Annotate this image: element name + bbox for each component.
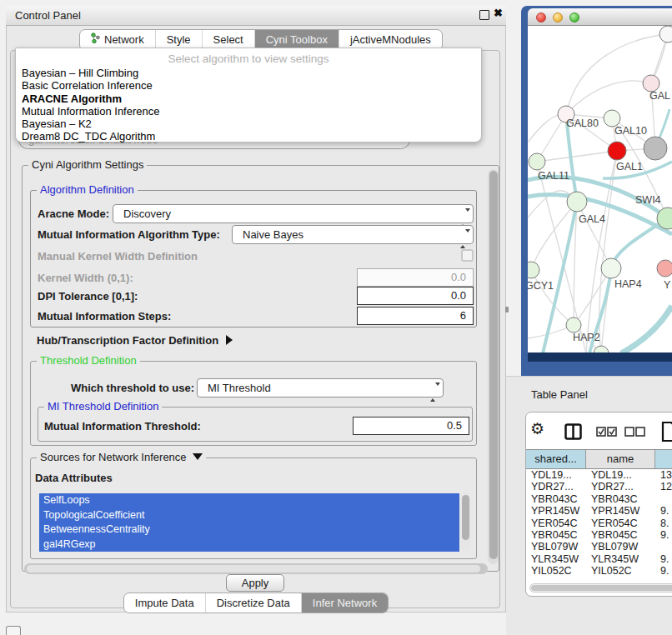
network-window-titlebar[interactable] <box>528 8 672 26</box>
bottom-tab-infer-network[interactable]: Infer Network <box>301 593 388 612</box>
algorithm-definition-title: Algorithm Definition <box>37 183 138 196</box>
node-GAL4[interactable] <box>567 192 587 212</box>
node-HAP4[interactable] <box>601 258 621 278</box>
hub-definition-toggle[interactable]: Hub/Transcription Factor Definition <box>37 334 233 347</box>
columns-icon[interactable] <box>564 423 582 440</box>
settings-vertical-scrollbar[interactable] <box>488 169 499 564</box>
algorithm-option[interactable]: ARACNE Algorithm <box>16 92 481 105</box>
algorithm-option[interactable]: Dream8 DC_TDC Algorithm <box>16 130 481 142</box>
manual-kernel-checkbox[interactable] <box>461 249 474 262</box>
node-GCY1[interactable] <box>528 262 539 278</box>
sources-toggle[interactable]: Sources for Network Inference <box>37 451 206 463</box>
table-column-header[interactable]: A <box>655 450 672 468</box>
which-threshold-select[interactable]: MI Threshold <box>197 378 444 398</box>
node-label-GAL4: GAL4 <box>579 213 605 225</box>
attribute-item-selected[interactable]: TopologicalCoefficient <box>39 508 459 523</box>
dpi-tolerance-field[interactable]: 0.0 <box>357 287 474 305</box>
node-HAP2[interactable] <box>566 318 581 332</box>
kernel-width-field[interactable]: 0.0 <box>357 268 474 287</box>
mi-type-select[interactable]: Naive Bayes <box>232 225 474 244</box>
attribute-item-selected[interactable]: BetweennessCentrality <box>39 522 459 538</box>
scrollbar-thumb[interactable] <box>27 565 480 572</box>
cell-shared-name: YBR045C <box>526 529 586 541</box>
table-row[interactable]: YBR043CYBR043C <box>526 493 672 505</box>
algorithm-option[interactable]: Basic Correlation Inference <box>16 79 481 92</box>
close-icon[interactable]: ✖ <box>494 7 503 19</box>
deselect-all-checkboxes-icon[interactable] <box>624 427 645 438</box>
algorithm-option[interactable]: Mutual Information Inference <box>16 105 481 118</box>
table-header-row: shared...nameA <box>526 449 672 469</box>
node-unlabeled[interactable] <box>594 346 609 352</box>
attribute-item-selected[interactable]: SelfLoops <box>39 493 459 508</box>
algorithm-option[interactable]: Bayesian – K2 <box>16 118 481 130</box>
scrollbar-thumb[interactable] <box>531 585 672 591</box>
document-icon[interactable] <box>661 421 672 442</box>
mi-type-label: Mutual Information Algorithm Type: <box>38 228 220 241</box>
minimized-panel-icon[interactable] <box>6 626 21 635</box>
hub-definition-label: Hub/Transcription Factor Definition <box>37 334 218 347</box>
expand-right-icon[interactable] <box>226 335 233 345</box>
attributes-vertical-scrollbar[interactable] <box>461 493 470 552</box>
table-row[interactable]: YDR27...YDR27...12 <box>526 481 672 492</box>
table-row[interactable]: YPR145WYPR145W9. <box>526 505 672 517</box>
cell-value: 9. <box>655 505 669 517</box>
threshold-definition-title: Threshold Definition <box>37 354 140 367</box>
mi-steps-field[interactable]: 6 <box>357 307 474 325</box>
table-column-header[interactable]: name <box>586 450 655 468</box>
attribute-item-selected[interactable]: gal4RGexp <box>39 538 459 552</box>
aracne-mode-value: Discovery <box>123 208 171 220</box>
scrollbar-thumb[interactable] <box>462 495 469 540</box>
which-threshold-value: MI Threshold <box>208 382 271 394</box>
cell-name: YLR345W <box>586 553 655 565</box>
node-GAL10[interactable] <box>604 110 620 127</box>
bottom-tab-discretize-data[interactable]: Discretize Data <box>205 593 301 612</box>
algorithm-option[interactable]: Bayesian – Hill Climbing <box>16 67 481 79</box>
aracne-mode-label: Aracne Mode: <box>38 208 109 220</box>
float-window-icon[interactable] <box>479 10 489 20</box>
node-GAL1[interactable] <box>608 142 626 160</box>
gear-icon[interactable]: ⚙ <box>530 419 544 438</box>
cell-value: 9. <box>655 553 669 565</box>
aracne-mode-select[interactable]: Discovery <box>113 204 474 223</box>
screen: Control Panel ✖ NetworkStyleSelectCyni T… <box>0 0 672 635</box>
node-GAL11[interactable] <box>529 153 545 170</box>
scrollbar-thumb[interactable] <box>489 171 498 559</box>
network-graph[interactable]: GALGAL80GAL10GAL1GAL11GAL4SWI4GCY1HAP4YH… <box>528 26 672 352</box>
select-all-checkboxes-icon[interactable] <box>596 427 617 438</box>
close-traffic-light[interactable] <box>536 12 546 22</box>
table-row[interactable]: YBL079WYBL079W <box>526 541 672 552</box>
stepper-icon <box>460 209 467 227</box>
node-unlabeled[interactable] <box>659 26 672 42</box>
cell-value: 13 <box>655 469 672 481</box>
tab-label: Cyni Toolbox <box>266 31 328 49</box>
table-row[interactable]: YBR045CYBR045C9. <box>526 529 672 541</box>
table-panel-title: Table Panel <box>531 388 588 401</box>
tab-label: Style <box>167 31 191 49</box>
apply-button[interactable]: Apply <box>226 574 284 592</box>
settings-horizontal-scrollbar[interactable] <box>24 563 488 574</box>
network-view-canvas[interactable]: GALGAL80GAL10GAL1GAL11GAL4SWI4GCY1HAP4YH… <box>528 26 672 352</box>
manual-kernel-label: Manual Kernel Width Definition <box>38 250 198 262</box>
table-row[interactable]: YDL19...YDL19...13 <box>526 469 672 481</box>
mi-threshold-label: Mutual Information Threshold: <box>44 420 201 432</box>
node-GAL[interactable] <box>643 75 659 92</box>
table-column-header[interactable]: shared... <box>526 450 586 468</box>
node-unlabeled[interactable] <box>644 137 667 160</box>
collapse-down-icon[interactable] <box>193 453 203 460</box>
cell-name: YBL079W <box>586 541 655 552</box>
cell-value: 12 <box>655 481 672 492</box>
table-row[interactable]: YLR345WYLR345W9. <box>526 553 672 565</box>
panel-splitter-handle[interactable] <box>505 307 509 312</box>
table-row[interactable]: YER054CYER054C8. <box>526 518 672 529</box>
table-horizontal-scrollbar[interactable] <box>529 583 672 592</box>
stepper-icon <box>430 383 437 401</box>
node-Y[interactable] <box>657 260 672 277</box>
network-icon <box>91 31 100 49</box>
node-label-GAL11: GAL11 <box>538 170 569 182</box>
zoom-traffic-light[interactable] <box>569 12 579 22</box>
table-row[interactable]: YIL052CYIL052C9. <box>526 565 672 576</box>
minimize-traffic-light[interactable] <box>553 12 563 22</box>
bottom-tab-impute-data[interactable]: Impute Data <box>124 593 205 612</box>
cell-name: YBR045C <box>586 529 655 541</box>
mi-threshold-field[interactable]: 0.5 <box>353 417 469 435</box>
